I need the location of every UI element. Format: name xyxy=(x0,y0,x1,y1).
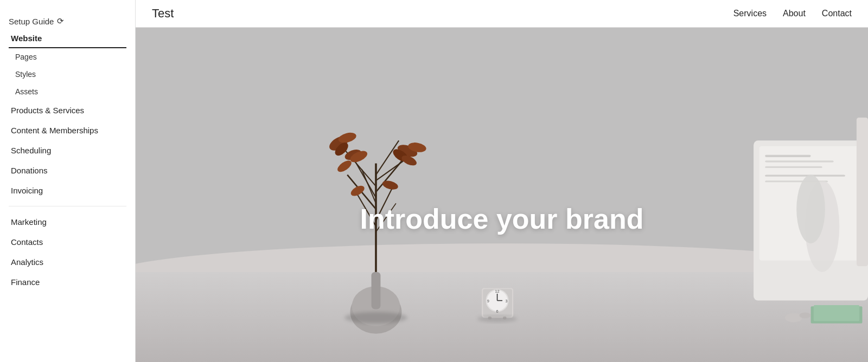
hero-text: Introduce your brand xyxy=(360,203,644,235)
preview-background: 12 3 6 9 xyxy=(136,28,868,362)
preview-nav: Services About Contact xyxy=(733,9,852,18)
sidebar-item-analytics[interactable]: Analytics xyxy=(9,252,126,272)
sidebar-item-invoicing[interactable]: Invoicing xyxy=(9,180,126,201)
sidebar-item-contacts[interactable]: Contacts xyxy=(9,232,126,252)
svg-rect-44 xyxy=(765,155,810,157)
nav-item-contact[interactable]: Contact xyxy=(822,9,852,18)
nav-item-services[interactable]: Services xyxy=(733,9,767,18)
sidebar-item-content-memberships[interactable]: Content & Memberships xyxy=(9,120,126,140)
sidebar-item-marketing[interactable]: Marketing xyxy=(9,212,126,232)
svg-point-55 xyxy=(799,313,810,319)
sidebar-item-products-services[interactable]: Products & Services xyxy=(9,100,126,120)
svg-rect-53 xyxy=(814,305,859,321)
sidebar-item-styles[interactable]: Styles xyxy=(9,66,126,83)
svg-point-54 xyxy=(785,313,802,322)
svg-point-56 xyxy=(344,312,407,324)
sidebar-section-commerce: Products & Services Content & Membership… xyxy=(0,100,135,201)
sidebar-divider xyxy=(9,206,126,206)
svg-text:3: 3 xyxy=(505,299,507,303)
setup-guide-icon: ⟳ xyxy=(57,16,64,26)
setup-guide-label: Setup Guide xyxy=(9,17,54,26)
nav-item-about[interactable]: About xyxy=(783,9,806,18)
sidebar: Setup Guide ⟳ Website Pages Styles Asset… xyxy=(0,0,136,362)
sidebar-item-donations[interactable]: Donations xyxy=(9,160,126,180)
svg-rect-45 xyxy=(765,160,834,162)
preview-title: Test xyxy=(152,7,174,21)
preview-header: Test Services About Contact xyxy=(136,0,868,28)
scene-svg: 12 3 6 9 xyxy=(136,28,868,362)
svg-rect-51 xyxy=(857,118,868,266)
sidebar-item-scheduling[interactable]: Scheduling xyxy=(9,140,126,160)
svg-rect-46 xyxy=(765,166,822,168)
main-content: Test Services About Contact xyxy=(136,0,868,362)
svg-text:12: 12 xyxy=(495,289,499,294)
svg-point-57 xyxy=(477,315,518,322)
sidebar-section-other: Marketing Contacts Analytics Finance xyxy=(0,212,135,292)
sidebar-section-website: Website Pages Styles Assets xyxy=(0,29,135,100)
sidebar-item-pages[interactable]: Pages xyxy=(9,48,126,66)
sidebar-item-assets[interactable]: Assets xyxy=(9,83,126,100)
svg-rect-6 xyxy=(372,272,381,309)
svg-text:9: 9 xyxy=(487,299,489,303)
setup-guide-item[interactable]: Setup Guide ⟳ xyxy=(0,11,135,29)
svg-point-50 xyxy=(796,175,825,244)
sidebar-item-website[interactable]: Website xyxy=(9,29,126,48)
svg-rect-47 xyxy=(765,175,845,177)
sidebar-item-finance[interactable]: Finance xyxy=(9,272,126,292)
svg-text:6: 6 xyxy=(496,309,499,314)
preview-area: 12 3 6 9 xyxy=(136,28,868,362)
